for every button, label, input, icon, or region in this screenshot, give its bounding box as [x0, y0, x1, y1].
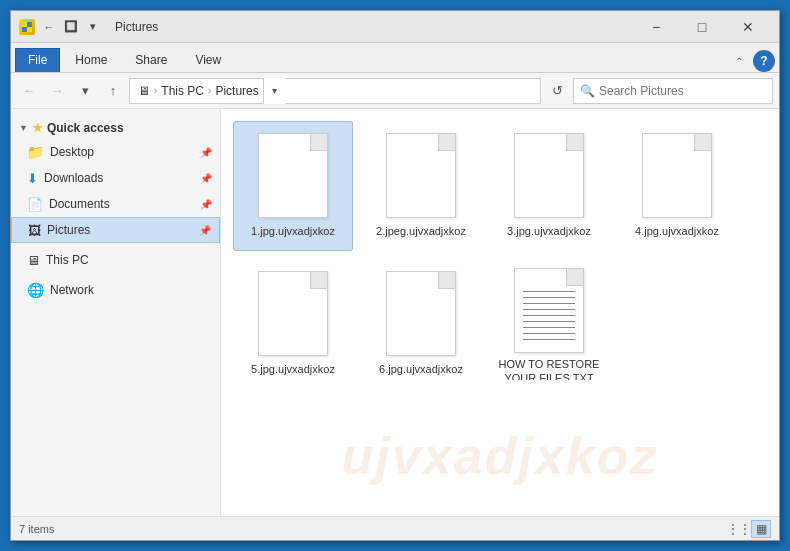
qs-more-btn[interactable]: ▾	[83, 17, 103, 37]
file-icon-3	[509, 130, 589, 220]
forward-button[interactable]: →	[45, 79, 69, 103]
network-icon: 🌐	[27, 282, 44, 298]
refresh-button[interactable]: ↺	[545, 79, 569, 103]
file-item[interactable]: 3.jpg.ujvxadjxkoz	[489, 121, 609, 251]
item-count: 7 items	[19, 523, 54, 535]
tab-file[interactable]: File	[15, 48, 60, 72]
search-box[interactable]: 🔍	[573, 78, 773, 104]
quick-access-icon: ★	[32, 121, 43, 135]
svg-rect-2	[22, 27, 27, 32]
file-item[interactable]: 4.jpg.ujvxadjxkoz	[617, 121, 737, 251]
documents-icon: 📄	[27, 197, 43, 212]
main-area: ▼ ★ Quick access 📁 Desktop 📌 ⬇ Downloads…	[11, 109, 779, 516]
status-bar: 7 items ⋮⋮ ▦	[11, 516, 779, 540]
svg-rect-1	[27, 22, 32, 27]
path-pictures[interactable]: Pictures	[215, 84, 258, 98]
this-pc-icon: 🖥	[27, 253, 40, 268]
file-page-5	[258, 271, 328, 356]
file-item[interactable]: 1.jpg.ujvxadjxkoz	[233, 121, 353, 251]
sidebar-downloads-label: Downloads	[44, 171, 103, 185]
file-icon-4	[637, 130, 717, 220]
path-icon: 🖥	[138, 84, 150, 98]
file-page-2	[386, 133, 456, 218]
maximize-button[interactable]: □	[679, 11, 725, 43]
file-item[interactable]: 2.jpeg.ujvxadjxkoz	[361, 121, 481, 251]
tab-view[interactable]: View	[182, 48, 234, 72]
ribbon-tabs: File Home Share View ⌃ ?	[11, 43, 779, 73]
sidebar-this-pc-label: This PC	[46, 253, 89, 267]
pin-icon-desktop: 📌	[200, 147, 212, 158]
up-button[interactable]: ↑	[101, 79, 125, 103]
help-button[interactable]: ?	[753, 50, 775, 72]
path-separator-2: ›	[208, 85, 211, 96]
sidebar-item-pictures[interactable]: 🖼 Pictures 📌	[11, 217, 220, 243]
file-icon-2	[381, 130, 461, 220]
sidebar-item-downloads[interactable]: ⬇ Downloads 📌	[11, 165, 220, 191]
tab-share[interactable]: Share	[122, 48, 180, 72]
sidebar-item-desktop[interactable]: 📁 Desktop 📌	[11, 139, 220, 165]
window-title: Pictures	[115, 20, 158, 34]
file-icon-5	[253, 268, 333, 358]
pin-icon-downloads: 📌	[200, 173, 212, 184]
sidebar-pictures-label: Pictures	[47, 223, 90, 237]
file-label-2: 2.jpeg.ujvxadjxkoz	[376, 224, 466, 238]
downloads-icon: ⬇	[27, 171, 38, 186]
title-bar-left: ← 🔲 ▾ Pictures	[19, 17, 633, 37]
ribbon-expand-btn[interactable]: ⌃	[729, 52, 749, 71]
file-page-7	[514, 268, 584, 353]
file-page-1	[258, 133, 328, 218]
sidebar-item-network[interactable]: 🌐 Network	[11, 277, 220, 303]
qs-properties-btn[interactable]: 🔲	[61, 17, 81, 37]
quick-access-chevron: ▼	[19, 123, 28, 133]
close-button[interactable]: ✕	[725, 11, 771, 43]
sidebar-network-label: Network	[50, 283, 94, 297]
sidebar-quick-access-header[interactable]: ▼ ★ Quick access	[11, 117, 220, 139]
file-page-4	[642, 133, 712, 218]
file-label-3: 3.jpg.ujvxadjxkoz	[507, 224, 591, 238]
file-label-7: HOW TO RESTORE YOUR FILES.TXT	[498, 357, 600, 380]
window-controls: − □ ✕	[633, 11, 771, 43]
large-icon-view-button[interactable]: ▦	[751, 520, 771, 538]
address-path[interactable]: 🖥 › This PC › Pictures ▾	[129, 78, 541, 104]
file-item[interactable]: HOW TO RESTORE YOUR FILES.TXT	[489, 259, 609, 389]
path-this-pc[interactable]: This PC	[161, 84, 204, 98]
search-icon: 🔍	[580, 84, 595, 98]
file-icon-1	[253, 130, 333, 220]
file-item[interactable]: 6.jpg.ujvxadjxkoz	[361, 259, 481, 389]
tab-home[interactable]: Home	[62, 48, 120, 72]
path-separator-1: ›	[154, 85, 157, 96]
file-label-4: 4.jpg.ujvxadjxkoz	[635, 224, 719, 238]
content-area: ujvxadjxkoz 1.jpg.ujvxadjxkoz 2.jpeg.ujv…	[221, 109, 779, 516]
list-view-button[interactable]: ⋮⋮	[729, 520, 749, 538]
file-grid: 1.jpg.ujvxadjxkoz 2.jpeg.ujvxadjxkoz 3.j…	[221, 109, 779, 516]
qs-back-btn[interactable]: ←	[39, 17, 59, 37]
window-icon	[19, 19, 35, 35]
file-label-1: 1.jpg.ujvxadjxkoz	[251, 224, 335, 238]
pictures-sidebar-icon: 🖼	[28, 223, 41, 238]
minimize-button[interactable]: −	[633, 11, 679, 43]
search-input[interactable]	[599, 84, 766, 98]
file-item[interactable]: 5.jpg.ujvxadjxkoz	[233, 259, 353, 389]
quick-access-toolbar: ← 🔲 ▾	[39, 17, 103, 37]
sidebar-quick-access-section: ▼ ★ Quick access 📁 Desktop 📌 ⬇ Downloads…	[11, 117, 220, 243]
sidebar-documents-label: Documents	[49, 197, 110, 211]
file-page-6	[386, 271, 456, 356]
file-label-5: 5.jpg.ujvxadjxkoz	[251, 362, 335, 376]
sidebar-item-documents[interactable]: 📄 Documents 📌	[11, 191, 220, 217]
file-label-6: 6.jpg.ujvxadjxkoz	[379, 362, 463, 376]
recent-locations-button[interactable]: ▾	[73, 79, 97, 103]
ribbon-right: ⌃ ?	[729, 50, 775, 72]
title-bar: ← 🔲 ▾ Pictures − □ ✕	[11, 11, 779, 43]
sidebar-item-this-pc[interactable]: 🖥 This PC	[11, 247, 220, 273]
file-explorer-window: ← 🔲 ▾ Pictures − □ ✕ File Home Share Vie…	[10, 10, 780, 541]
path-dropdown-button[interactable]: ▾	[263, 78, 285, 104]
file-icon-7	[509, 268, 589, 353]
svg-rect-3	[27, 27, 32, 32]
pin-icon-documents: 📌	[200, 199, 212, 210]
file-icon-6	[381, 268, 461, 358]
back-button[interactable]: ←	[17, 79, 41, 103]
sidebar-desktop-label: Desktop	[50, 145, 94, 159]
pin-icon-pictures: 📌	[199, 225, 211, 236]
address-bar: ← → ▾ ↑ 🖥 › This PC › Pictures ▾ ↺ 🔍	[11, 73, 779, 109]
quick-access-label: Quick access	[47, 121, 124, 135]
